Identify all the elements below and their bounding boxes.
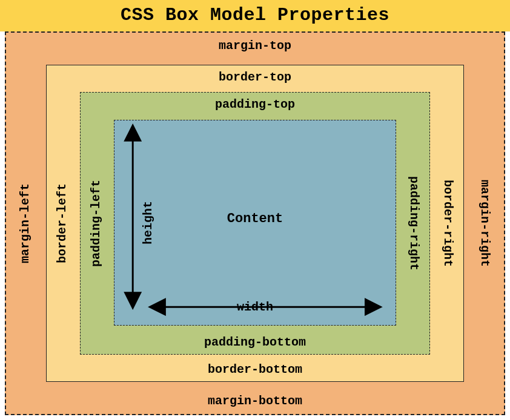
padding-left-label: padding-left — [89, 180, 103, 267]
margin-left-label: margin-left — [18, 183, 32, 263]
border-bottom-label: border-bottom — [208, 363, 302, 376]
padding-bottom-label: padding-bottom — [204, 335, 306, 349]
border-top-label: border-top — [219, 70, 291, 84]
margin-bottom-label: margin-bottom — [208, 394, 302, 408]
content-label: Content — [227, 211, 283, 226]
padding-top-label: padding-top — [215, 97, 295, 111]
content-layer: Content height width — [114, 120, 396, 326]
padding-right-label: padding-right — [407, 176, 421, 271]
border-right-label: border-right — [441, 180, 455, 267]
margin-top-label: margin-top — [219, 39, 291, 53]
width-label: width — [237, 300, 273, 314]
box-model-diagram: CSS Box Model Properties margin-top marg… — [0, 0, 510, 420]
margin-right-label: margin-right — [478, 180, 492, 267]
diagram-title: CSS Box Model Properties — [0, 0, 510, 31]
border-left-label: border-left — [55, 183, 69, 263]
height-label: height — [141, 201, 155, 244]
